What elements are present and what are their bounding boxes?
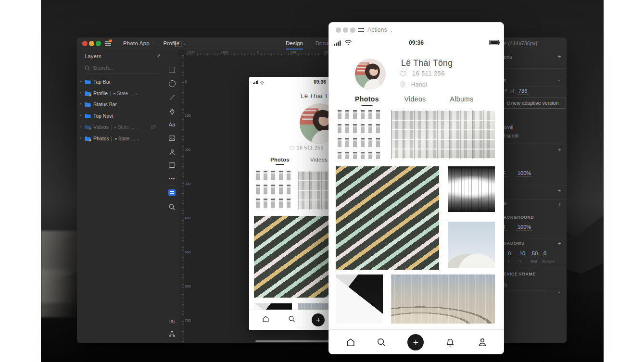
layer-state[interactable]: State ... <box>117 91 133 96</box>
likes-row: 16 511 256 <box>399 70 445 77</box>
more-tools-icon[interactable]: ••• <box>166 174 178 183</box>
line-tool-icon[interactable] <box>166 93 178 102</box>
pen-tool-icon[interactable] <box>166 107 178 116</box>
expand-panel-icon[interactable] <box>156 54 161 58</box>
layer-state[interactable]: State ... <box>118 136 135 141</box>
layer-row-top-navi[interactable]: ▸ Top Navi <box>77 111 166 122</box>
disclosure-icon[interactable]: ▸ <box>80 113 82 117</box>
state-flag-icon: ⚑ <box>113 92 116 96</box>
layer-row-videos[interactable]: ▸ ⚡ Videos|⚑State ...⌄ <box>77 122 166 133</box>
photo-diagonal-facade[interactable] <box>336 166 439 270</box>
add-button[interactable] <box>312 313 325 326</box>
preview-zoom-button[interactable] <box>350 27 355 33</box>
add-button[interactable] <box>407 334 424 350</box>
tab-videos[interactable]: Videos <box>404 95 426 103</box>
ruler-label: 200 <box>185 148 191 152</box>
home-icon[interactable] <box>345 337 356 348</box>
disclosure-icon[interactable]: ▸ <box>80 79 82 83</box>
image-tool-icon[interactable] <box>166 133 178 143</box>
chevron-down-icon[interactable]: ⌄ <box>136 125 139 130</box>
add-action-button[interactable]: + <box>557 53 561 60</box>
search-icon[interactable] <box>288 315 296 323</box>
ruler-label: 300 <box>185 182 191 186</box>
shadow-x-value[interactable]: 0 <box>506 250 512 257</box>
photo-angular-building[interactable] <box>336 275 383 324</box>
chevron-down-icon[interactable]: ⌄ <box>183 41 187 46</box>
layer-search[interactable]: Search... <box>85 64 160 74</box>
photo-curved-building[interactable] <box>391 275 495 324</box>
tab-photos[interactable]: Photos <box>270 157 290 162</box>
tab-videos[interactable]: Videos <box>310 157 328 162</box>
folder-icon <box>85 113 91 119</box>
photo-white-building[interactable] <box>391 110 495 159</box>
tool-strip: Aa ••• {$} <box>166 50 178 343</box>
tab-design[interactable]: Design <box>286 37 303 50</box>
layer-row-status-bar[interactable]: ▸ Status Bar <box>77 99 166 111</box>
tokens-tool-icon[interactable]: {$} <box>166 316 178 326</box>
device-value-fragment[interactable]: S <box>504 282 507 287</box>
profile-icon[interactable] <box>477 337 488 348</box>
artboard-tool-icon-active[interactable] <box>166 187 178 197</box>
preview-minimize-button[interactable] <box>343 27 348 33</box>
home-icon[interactable] <box>262 315 270 323</box>
add-adaptive-version-button[interactable]: d new adaptive version <box>503 98 566 109</box>
layer-label: Videos <box>93 124 109 130</box>
disclosure-icon[interactable]: ▸ <box>80 91 82 95</box>
chevron-down-icon[interactable]: ⌄ <box>136 137 139 141</box>
layers-panel-title: Layers <box>85 53 101 59</box>
layer-row-photos[interactable]: ▸ ⚡ Photos|⚑State ...⌄ <box>77 133 166 145</box>
tab-photos[interactable]: Photos <box>355 95 379 103</box>
preview-close-button[interactable] <box>336 27 341 33</box>
zoom-tool-icon[interactable] <box>166 202 178 212</box>
photo-striped-facade[interactable] <box>336 110 383 159</box>
disclosure-icon[interactable]: ▸ <box>80 102 82 106</box>
ruler-label: 0 <box>257 50 259 54</box>
disclosure-icon[interactable]: ▸ <box>80 136 82 140</box>
photo-striped-facade[interactable] <box>254 171 292 210</box>
minimize-button[interactable] <box>89 41 94 46</box>
photo-skyward-towers[interactable] <box>448 166 495 212</box>
avatar[interactable] <box>355 59 386 89</box>
button-tool-icon[interactable] <box>166 160 178 170</box>
background-header-fragment: ACKGROUND <box>504 215 534 220</box>
shadow-spread-value[interactable]: 0 <box>542 250 548 257</box>
fill-opacity-value[interactable]: 100% <box>516 170 532 177</box>
height-value[interactable]: 736 <box>517 88 529 95</box>
close-button[interactable] <box>82 41 88 46</box>
preview-menu-icon[interactable] <box>358 28 364 32</box>
scroll-option-fragment[interactable]: l scroll <box>504 133 518 138</box>
chevron-down-icon[interactable]: ⌄ <box>557 77 561 82</box>
chevron-down-icon[interactable]: ⌄ <box>135 92 138 96</box>
zoom-window-button[interactable] <box>96 41 101 46</box>
shadow-x-label: X <box>507 259 510 263</box>
disclosure-icon[interactable]: ▸ <box>80 125 82 128</box>
search-icon[interactable] <box>376 337 387 348</box>
chevron-down-icon[interactable]: ⌄ <box>557 289 561 294</box>
layer-label: Profile <box>93 90 108 96</box>
shadow-blur-value[interactable]: 50 <box>530 250 539 257</box>
add-button[interactable]: + <box>557 200 561 208</box>
rectangle-tool-icon[interactable] <box>166 65 178 75</box>
photo-shell-building[interactable] <box>448 222 495 268</box>
add-border-button[interactable]: + <box>557 187 561 194</box>
shadow-y-value[interactable]: 10 <box>518 250 527 257</box>
scroll-option-fragment[interactable]: croll <box>504 125 513 130</box>
hierarchy-tool-icon[interactable] <box>166 329 178 339</box>
actions-menu[interactable]: Actions⌄ <box>367 26 393 33</box>
artboard-indicator-icon[interactable] <box>175 41 181 47</box>
avatar-tool-icon[interactable] <box>166 147 178 157</box>
add-section-button[interactable]: + <box>557 146 561 153</box>
layer-row-tap-bar[interactable]: ▸ Tap Bar <box>77 76 166 88</box>
text-tool-icon[interactable]: Aa <box>166 120 178 129</box>
layer-row-profile[interactable]: ▸ ⚡ Profile|⚑State ...⌄ <box>77 88 166 100</box>
notifications-icon[interactable] <box>445 337 455 348</box>
oval-tool-icon[interactable] <box>166 79 178 88</box>
layer-state[interactable]: State ... <box>118 125 134 130</box>
tab-albums[interactable]: Albums <box>450 95 473 103</box>
add-shadow-button[interactable]: + <box>557 240 561 247</box>
battery-icon <box>489 40 500 45</box>
hidden-eye-icon[interactable] <box>151 125 156 129</box>
shadow-blur-label: Blur <box>530 259 537 263</box>
ruler-label: -100 <box>221 50 228 54</box>
background-opacity-value[interactable]: 100% <box>516 224 532 231</box>
